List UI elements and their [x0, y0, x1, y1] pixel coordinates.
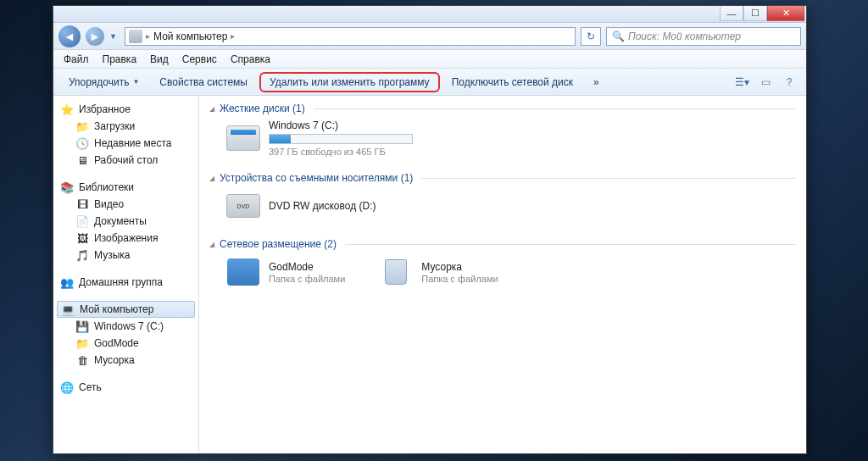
menu-bar: Файл Правка Вид Сервис Справка: [53, 50, 806, 69]
section-header[interactable]: Сетевое размещение (2): [209, 238, 796, 252]
maximize-button[interactable]: ☐: [743, 6, 767, 21]
sidebar-computer[interactable]: 💻Мой компьютер: [57, 301, 195, 318]
menu-file[interactable]: Файл: [57, 52, 96, 67]
sidebar-pictures[interactable]: 🖼Изображения: [57, 230, 195, 247]
trash-icon: 🗑: [75, 353, 89, 367]
history-dropdown[interactable]: ▼: [109, 32, 120, 41]
search-input[interactable]: 🔍 Поиск: Мой компьютер: [606, 27, 801, 46]
drive-name: DVD RW дисковод (D:): [269, 200, 376, 212]
menu-view[interactable]: Вид: [143, 52, 175, 67]
star-icon: ⭐: [60, 103, 74, 116]
sidebar-video[interactable]: 🎞Видео: [57, 196, 195, 213]
drive-space: 397 ГБ свободно из 465 ГБ: [269, 147, 413, 157]
sidebar-drive-c[interactable]: 💾Windows 7 (C:): [57, 318, 195, 335]
computer-icon: [129, 30, 142, 43]
homegroup-icon: 👥: [60, 275, 74, 289]
refresh-button[interactable]: ↻: [581, 27, 601, 46]
toolbar: Упорядочить ▼ Свойства системы Удалить и…: [53, 69, 806, 96]
drive-item[interactable]: Windows 7 (C:) 397 ГБ свободно из 465 ГБ: [209, 116, 796, 160]
uninstall-program-button[interactable]: Удалить или изменить программу: [259, 72, 440, 92]
dvd-drive-icon: [226, 194, 260, 218]
library-icon: 📚: [60, 181, 74, 194]
sidebar-desktop[interactable]: 🖥Рабочий стол: [57, 152, 195, 169]
dvd-item[interactable]: DVD RW дисковод (D:): [209, 186, 796, 226]
section-network: Сетевое размещение (2) GodMode Папка с ф…: [209, 238, 796, 292]
recent-icon: 🕓: [75, 136, 89, 150]
item-name: Мусорка: [421, 261, 498, 273]
item-type: Папка с файлами: [269, 274, 345, 284]
sidebar-favorites[interactable]: ⭐Избранное: [57, 101, 195, 118]
chevron-right-icon: ▸: [231, 31, 235, 41]
search-placeholder: Поиск: Мой компьютер: [628, 31, 741, 42]
picture-icon: 🖼: [75, 231, 89, 245]
item-name: GodMode: [269, 261, 345, 273]
sidebar-documents[interactable]: 📄Документы: [57, 213, 195, 230]
hard-drive-icon: [226, 125, 260, 151]
network-item-godmode[interactable]: GodMode Папка с файлами: [226, 252, 345, 292]
sidebar-recent[interactable]: 🕓Недавние места: [57, 135, 195, 152]
chevron-down-icon: ▼: [132, 78, 139, 86]
menu-edit[interactable]: Правка: [96, 52, 144, 67]
menu-help[interactable]: Справка: [224, 52, 277, 67]
sidebar-downloads[interactable]: 📁Загрузки: [57, 118, 195, 135]
sidebar-music[interactable]: 🎵Музыка: [57, 247, 195, 264]
section-hard-drives: Жесткие диски (1) Windows 7 (C:) 397 ГБ …: [209, 103, 796, 160]
sidebar-libraries[interactable]: 📚Библиотеки: [57, 179, 195, 196]
desktop-icon: 🖥: [75, 153, 89, 167]
forward-button[interactable]: ►: [86, 27, 104, 46]
music-icon: 🎵: [75, 248, 89, 262]
menu-tools[interactable]: Сервис: [175, 52, 224, 67]
sidebar-network[interactable]: 🌐Сеть: [57, 379, 195, 396]
preview-pane-button[interactable]: ▭: [755, 73, 776, 92]
close-button[interactable]: ✕: [767, 6, 804, 21]
map-network-drive-button[interactable]: Подключить сетевой диск: [443, 73, 581, 92]
view-options-button[interactable]: ☰▾: [732, 73, 752, 92]
item-type: Папка с файлами: [421, 274, 498, 284]
drive-name: Windows 7 (C:): [269, 119, 413, 131]
back-button[interactable]: ◄: [58, 25, 81, 47]
titlebar[interactable]: — ☐ ✕: [53, 6, 806, 23]
computer-icon: 💻: [61, 303, 75, 316]
nav-bar: ◄ ► ▼ ▸ Мой компьютер ▸ ↻ 🔍 Поиск: Мой к…: [53, 23, 806, 50]
navigation-pane: ⭐Избранное 📁Загрузки 🕓Недавние места 🖥Ра…: [53, 96, 199, 453]
folder-icon: 📁: [75, 336, 89, 350]
folder-icon: 📁: [75, 119, 89, 133]
network-item-trash[interactable]: Мусорка Папка с файлами: [379, 252, 498, 292]
toolbar-more-button[interactable]: »: [585, 73, 608, 92]
sidebar-homegroup[interactable]: 👥Домашняя группа: [57, 274, 195, 291]
control-panel-icon: [227, 258, 259, 286]
search-icon: 🔍: [612, 31, 625, 42]
drive-icon: 💾: [75, 319, 89, 333]
video-icon: 🎞: [75, 197, 89, 211]
help-button[interactable]: ?: [779, 73, 799, 92]
section-removable: Устройства со съемными носителями (1) DV…: [209, 172, 796, 226]
content-pane[interactable]: Жесткие диски (1) Windows 7 (C:) 397 ГБ …: [199, 96, 806, 453]
disk-usage-bar: [269, 134, 413, 144]
section-header[interactable]: Жесткие диски (1): [209, 103, 796, 116]
document-icon: 📄: [75, 214, 89, 228]
network-icon: 🌐: [60, 380, 74, 394]
sidebar-trash[interactable]: 🗑Мусорка: [57, 352, 195, 369]
system-properties-button[interactable]: Свойства системы: [151, 73, 256, 92]
address-segment[interactable]: Мой компьютер: [153, 31, 227, 42]
section-header[interactable]: Устройства со съемными носителями (1): [209, 172, 796, 186]
minimize-button[interactable]: —: [720, 6, 743, 21]
chevron-right-icon: ▸: [146, 31, 150, 41]
explorer-window: — ☐ ✕ ◄ ► ▼ ▸ Мой компьютер ▸ ↻ 🔍 Поиск:…: [53, 5, 807, 454]
recycle-bin-icon: [382, 257, 409, 287]
organize-button[interactable]: Упорядочить ▼: [60, 73, 147, 92]
sidebar-godmode[interactable]: 📁GodMode: [57, 335, 195, 352]
address-bar[interactable]: ▸ Мой компьютер ▸: [125, 27, 576, 46]
